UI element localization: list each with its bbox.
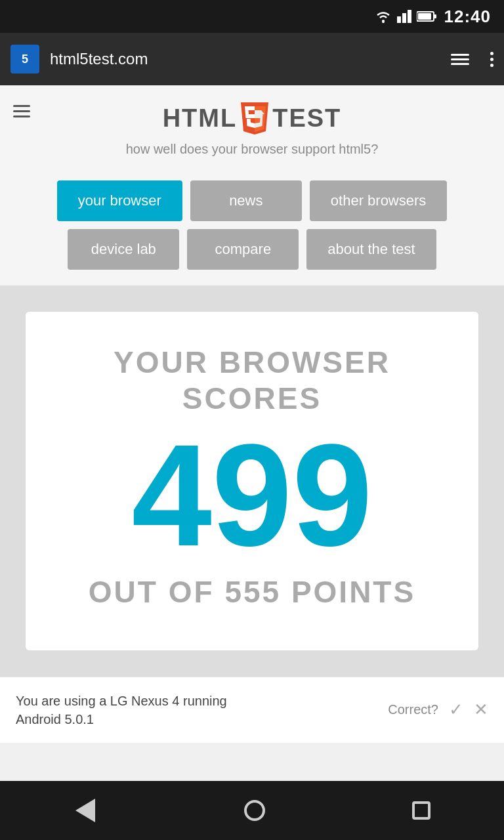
recent-icon (412, 801, 430, 820)
browser-url[interactable]: html5test.com (50, 50, 440, 68)
browser-menu-button[interactable] (451, 54, 469, 65)
status-icons (375, 10, 436, 23)
correct-check-button[interactable]: ✓ (449, 700, 463, 720)
signal-icon (397, 10, 411, 23)
html5-shield-icon (240, 101, 270, 135)
device-info-bar: You are using a LG Nexus 4 running Andro… (0, 677, 504, 743)
svg-rect-6 (418, 13, 431, 20)
score-section: YOUR BROWSER SCORES 499 OUT OF 555 POINT… (0, 285, 504, 677)
recent-button[interactable] (412, 801, 430, 820)
svg-rect-5 (434, 14, 436, 18)
svg-marker-3 (408, 10, 411, 23)
svg-marker-2 (402, 13, 406, 23)
status-time: 12:40 (444, 7, 492, 27)
correct-section: Correct? ✓ ✕ (388, 700, 488, 720)
logo-html-text: HTML (163, 104, 238, 133)
browser-more-button[interactable] (490, 52, 494, 67)
site-logo: HTML TEST (13, 101, 491, 135)
device-description: You are using a LG Nexus 4 running Andro… (16, 694, 227, 726)
correct-x-button[interactable]: ✕ (474, 700, 488, 720)
site-header: HTML TEST how well does your browser sup… (0, 85, 504, 170)
home-icon (244, 800, 265, 821)
nav-compare[interactable]: compare (187, 229, 299, 270)
favicon-text: 5 (22, 52, 28, 66)
home-button[interactable] (244, 800, 265, 821)
status-bar: 12:40 (0, 0, 504, 33)
nav-buttons: your browser news other browsers device … (0, 170, 504, 285)
nav-about-the-test[interactable]: about the test (306, 229, 436, 270)
wifi-icon (375, 10, 392, 23)
page-content: HTML TEST how well does your browser sup… (0, 85, 504, 743)
correct-label: Correct? (388, 702, 438, 717)
back-button[interactable] (74, 801, 97, 820)
hamburger-menu[interactable] (13, 105, 30, 117)
back-icon (75, 799, 95, 822)
device-text: You are using a LG Nexus 4 running Andro… (16, 692, 227, 728)
nav-news[interactable]: news (190, 180, 302, 221)
logo-test-text: TEST (272, 104, 341, 133)
nav-device-lab[interactable]: device lab (68, 229, 179, 270)
score-number: 499 (52, 423, 452, 568)
bottom-nav (0, 781, 504, 840)
svg-marker-1 (397, 16, 401, 23)
svg-point-0 (382, 20, 385, 22)
nav-your-browser[interactable]: your browser (57, 180, 182, 221)
score-subtitle: OUT OF 555 POINTS (52, 574, 452, 610)
battery-icon (417, 10, 436, 22)
nav-other-browsers[interactable]: other browsers (310, 180, 448, 221)
score-card: YOUR BROWSER SCORES 499 OUT OF 555 POINT… (26, 312, 478, 650)
score-title: YOUR BROWSER SCORES (52, 345, 452, 417)
browser-favicon: 5 (10, 45, 39, 74)
browser-toolbar: 5 html5test.com (0, 33, 504, 85)
site-tagline: how well does your browser support html5… (13, 142, 491, 157)
